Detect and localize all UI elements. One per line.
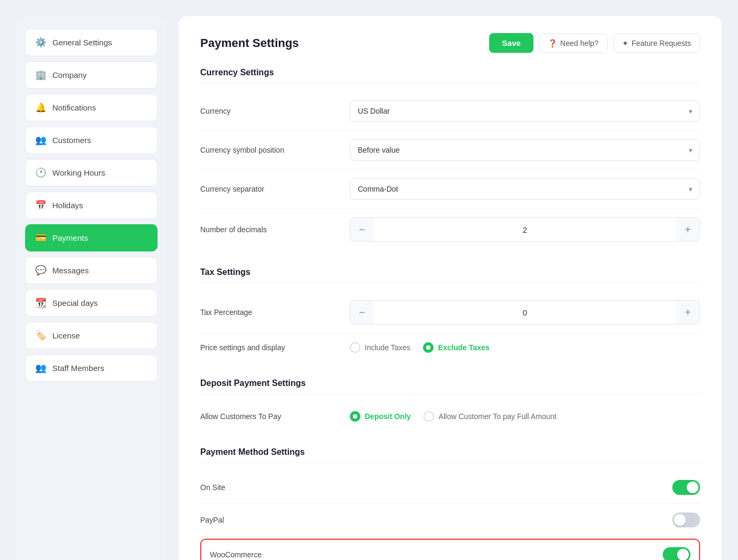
- deposit-only-label: Deposit Only: [365, 412, 411, 421]
- currency-label: Currency: [200, 107, 350, 115]
- allow-pay-row: Allow Customers To Pay Deposit Only Allo…: [200, 403, 700, 430]
- sidebar-item-payments[interactable]: 💳 Payments: [25, 224, 158, 251]
- price-display-label: Price settings and display: [200, 343, 350, 352]
- tax-value-input[interactable]: [374, 303, 676, 322]
- symbol-position-label: Currency symbol position: [200, 146, 350, 154]
- feature-icon: ✦: [622, 39, 629, 48]
- general-settings-icon: ⚙️: [35, 37, 46, 48]
- sidebar-item-holidays[interactable]: 📅 Holidays: [25, 192, 158, 219]
- main-content: Payment Settings Save ❓ Need help? ✦ Fea…: [179, 16, 721, 560]
- price-display-row: Price settings and display Include Taxes…: [200, 334, 700, 361]
- on-site-toggle[interactable]: [672, 480, 700, 495]
- customers-icon: 👥: [35, 135, 46, 146]
- save-button[interactable]: Save: [489, 33, 533, 53]
- deposit-radio-group: Deposit Only Allow Customer To pay Full …: [350, 411, 700, 422]
- full-amount-radio[interactable]: [423, 411, 434, 422]
- currency-settings-section: Currency Settings Currency US Dollar Eur…: [200, 68, 700, 250]
- currency-select-wrapper: US Dollar Euro British Pound ▾: [350, 100, 700, 122]
- page-title: Payment Settings: [200, 36, 299, 50]
- tax-section-title: Tax Settings: [200, 267, 700, 283]
- app-container: ⚙️ General Settings 🏢 Company 🔔 Notifica…: [17, 16, 721, 560]
- exclude-taxes-radio[interactable]: [423, 342, 434, 353]
- include-taxes-option[interactable]: Include Taxes: [350, 342, 410, 353]
- tax-increment-button[interactable]: +: [676, 301, 700, 324]
- sidebar-item-staff-members[interactable]: 👥 Staff Members: [25, 354, 158, 382]
- sidebar-item-license[interactable]: 🏷️ License: [25, 322, 158, 349]
- decimals-value-input[interactable]: [374, 220, 676, 240]
- exclude-taxes-label: Exclude Taxes: [438, 343, 489, 352]
- sidebar-item-special-days[interactable]: 📆 Special days: [25, 289, 158, 317]
- paypal-label: PayPal: [200, 516, 224, 524]
- header-actions: Save ❓ Need help? ✦ Feature Requests: [489, 33, 700, 53]
- sidebar-item-working-hours[interactable]: 🕐 Working Hours: [25, 159, 158, 186]
- symbol-position-row: Currency symbol position Before value Af…: [200, 131, 700, 170]
- currency-row: Currency US Dollar Euro British Pound ▾: [200, 92, 700, 131]
- sidebar-item-general-settings[interactable]: ⚙️ General Settings: [25, 29, 158, 56]
- notifications-icon: 🔔: [35, 102, 46, 113]
- sidebar-item-label: Notifications: [52, 103, 96, 112]
- sidebar-item-label: Special days: [52, 298, 98, 307]
- woocommerce-label: WooCommerce: [210, 550, 262, 559]
- sidebar-item-customers[interactable]: 👥 Customers: [25, 127, 158, 154]
- decimals-stepper: − +: [350, 217, 700, 242]
- full-amount-label: Allow Customer To pay Full Amount: [438, 412, 556, 421]
- sidebar-item-label: Customers: [52, 136, 91, 145]
- separator-control: Comma-Dot Dot-Comma ▾: [350, 178, 700, 200]
- woocommerce-toggle-thumb: [677, 549, 689, 560]
- paypal-toggle[interactable]: [672, 512, 700, 527]
- question-icon: ❓: [548, 39, 557, 48]
- on-site-row: On Site: [200, 471, 700, 504]
- feature-requests-button[interactable]: ✦ Feature Requests: [613, 34, 700, 53]
- decimals-decrement-button[interactable]: −: [350, 218, 374, 241]
- deposit-section-title: Deposit Payment Settings: [200, 378, 700, 394]
- tax-percentage-row: Tax Percentage − +: [200, 291, 700, 334]
- include-taxes-radio[interactable]: [350, 342, 360, 353]
- sidebar-item-label: Messages: [52, 266, 89, 275]
- separator-select-wrapper: Comma-Dot Dot-Comma ▾: [350, 178, 700, 200]
- on-site-toggle-thumb: [687, 482, 698, 493]
- sidebar-item-notifications[interactable]: 🔔 Notifications: [25, 94, 158, 121]
- payment-method-section: Payment Method Settings On Site PayPal W…: [200, 447, 700, 560]
- deposit-only-option[interactable]: Deposit Only: [350, 411, 411, 422]
- separator-label: Currency separator: [200, 185, 350, 193]
- paypal-toggle-thumb: [674, 514, 686, 526]
- sidebar-item-messages[interactable]: 💬 Messages: [25, 257, 158, 284]
- sidebar-item-label: Working Hours: [52, 168, 105, 177]
- allow-pay-label: Allow Customers To Pay: [200, 412, 350, 421]
- working-hours-icon: 🕐: [35, 167, 46, 178]
- page-header: Payment Settings Save ❓ Need help? ✦ Fea…: [200, 33, 700, 53]
- company-icon: 🏢: [35, 69, 46, 81]
- sidebar-item-label: Company: [52, 70, 87, 80]
- woocommerce-row: WooCommerce: [200, 539, 700, 560]
- tax-decrement-button[interactable]: −: [350, 301, 374, 324]
- decimals-control: − +: [350, 217, 700, 242]
- full-amount-option[interactable]: Allow Customer To pay Full Amount: [423, 411, 556, 422]
- symbol-position-control: Before value After value ▾: [350, 139, 700, 161]
- tax-settings-section: Tax Settings Tax Percentage − + Price se…: [200, 267, 700, 361]
- symbol-position-select[interactable]: Before value After value: [350, 139, 700, 161]
- currency-control: US Dollar Euro British Pound ▾: [350, 100, 700, 122]
- sidebar: ⚙️ General Settings 🏢 Company 🔔 Notifica…: [17, 16, 166, 560]
- deposit-only-radio[interactable]: [350, 411, 360, 422]
- separator-select[interactable]: Comma-Dot Dot-Comma: [350, 178, 700, 200]
- currency-select[interactable]: US Dollar Euro British Pound: [350, 100, 700, 122]
- holidays-icon: 📅: [35, 200, 46, 211]
- staff-members-icon: 👥: [35, 362, 46, 374]
- payment-method-title: Payment Method Settings: [200, 447, 700, 463]
- need-help-button[interactable]: ❓ Need help?: [539, 34, 608, 53]
- license-icon: 🏷️: [35, 330, 46, 341]
- tax-percentage-stepper: − +: [350, 300, 700, 325]
- exclude-taxes-option[interactable]: Exclude Taxes: [423, 342, 489, 353]
- sidebar-item-company[interactable]: 🏢 Company: [25, 61, 158, 89]
- messages-icon: 💬: [35, 265, 46, 276]
- sidebar-item-label: General Settings: [52, 38, 112, 47]
- on-site-label: On Site: [200, 483, 225, 492]
- paypal-row: PayPal: [200, 504, 700, 537]
- woocommerce-toggle[interactable]: [663, 547, 690, 560]
- include-taxes-label: Include Taxes: [365, 343, 410, 352]
- decimals-label: Number of decimals: [200, 225, 350, 234]
- tax-percentage-label: Tax Percentage: [200, 308, 350, 317]
- currency-section-title: Currency Settings: [200, 68, 700, 83]
- decimals-increment-button[interactable]: +: [676, 218, 700, 241]
- sidebar-item-label: Holidays: [52, 201, 83, 210]
